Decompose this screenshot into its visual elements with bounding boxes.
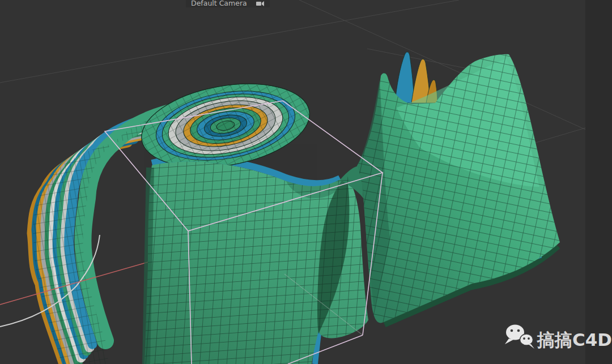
viewport-side-strip [585, 0, 612, 364]
camera-label[interactable]: Default Camera [186, 0, 270, 7]
curtain-wireframe [144, 161, 368, 364]
watermark-text: 搞搞C4D [536, 329, 612, 350]
viewport-canvas[interactable]: 搞搞C4D Default Camera [0, 0, 612, 364]
camera-label-text: Default Camera [191, 0, 247, 7]
c4d-viewport-window: 搞搞C4D Default Camera [0, 0, 612, 364]
